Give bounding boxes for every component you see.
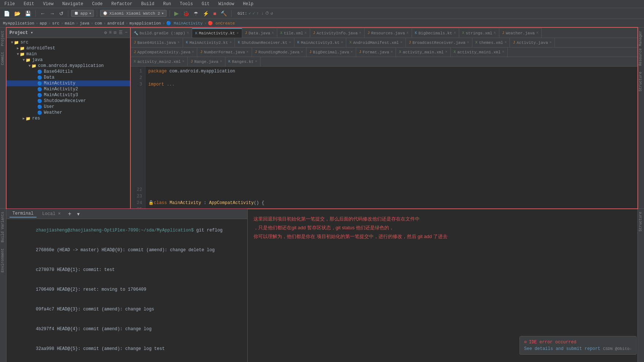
tab-build-gradle[interactable]: 🔧 build.gradle (:app) × [131, 28, 192, 38]
tab-close-androidmanifest[interactable]: × [400, 41, 403, 45]
tree-weather[interactable]: ▶ 🔵 Weather [7, 110, 130, 116]
tab-close-range[interactable]: × [220, 60, 222, 64]
tab-mainactivity3-kt[interactable]: K MainActivity3.kt × [294, 38, 347, 47]
sidebar-commit-label[interactable]: Commit [0, 49, 6, 68]
tab-bigdecimals-kt[interactable]: K BigDecimals.kt × [412, 28, 459, 38]
menu-navigate[interactable]: Navigate [61, 1, 85, 7]
breadcrumb-oncreate[interactable]: 🔴 onCreate [208, 21, 235, 26]
tab-resources-java[interactable]: J Resources.java × [365, 28, 412, 38]
tab-close-broadcastreceiver[interactable]: × [467, 41, 469, 45]
coverage-button[interactable]: ☂ [192, 10, 200, 17]
tab-appcompatactivity-java[interactable]: J AppCompatActivity.java × [131, 48, 197, 57]
breadcrumb-src[interactable]: src [52, 21, 60, 26]
tab-base64utils-java[interactable]: J Base64Utils.java × [131, 38, 183, 47]
tab-close-data[interactable]: × [272, 31, 274, 35]
tree-mainactivity[interactable]: ▶ 🔵 MainActivity [7, 80, 130, 86]
stop-button[interactable]: ■ [212, 10, 218, 17]
tab-activity-main-xml[interactable]: X activity_main.xml × [396, 48, 450, 57]
tree-src[interactable]: ▼ 📁 src [7, 39, 130, 45]
tab-close-tile[interactable]: × [305, 31, 307, 35]
tab-numberformat-java[interactable]: J NumberFormat.java × [197, 48, 252, 57]
tree-base64utils[interactable]: ▶ 🔵 Base64Utils [7, 69, 130, 75]
tab-close-activity[interactable]: × [549, 41, 552, 45]
sidebar-environment-label[interactable]: Environment [0, 245, 6, 275]
sidebar-structure-bottom-label[interactable]: Structure [638, 209, 644, 234]
tree-shutdownreceiver[interactable]: ▶ 🔵 ShutdownReceiver [7, 98, 130, 104]
tab-close-numberformat[interactable]: × [247, 50, 249, 54]
breadcrumb-myapplication[interactable]: MyApplication [3, 21, 34, 26]
tab-mainactivity2-kt[interactable]: K MainActivity2.kt × [183, 38, 235, 47]
tab-activity-main2-xml[interactable]: X activity_main2.xml × [131, 57, 188, 66]
menu-view[interactable]: View [42, 1, 55, 7]
tab-close-themes[interactable]: × [504, 41, 507, 45]
tab-activity-java[interactable]: J Activity.java × [510, 38, 555, 47]
tab-close-activityinfo[interactable]: × [359, 31, 361, 35]
tab-roundingmode-java[interactable]: J RoundingMode.java × [252, 48, 306, 57]
menu-file[interactable]: File [3, 1, 16, 7]
tab-close-ranges[interactable]: × [255, 60, 257, 64]
tab-tile-xml[interactable]: X tile.xml × [277, 28, 310, 38]
menu-help[interactable]: Help [241, 1, 255, 7]
tab-close-activity-main[interactable]: × [445, 50, 447, 54]
tab-close-weather[interactable]: × [536, 31, 538, 35]
menu-window[interactable]: Window [217, 1, 236, 7]
toolbar-forward[interactable]: → [48, 10, 56, 17]
tab-close-activity-main2[interactable]: × [182, 60, 184, 64]
tab-close-format[interactable]: × [390, 50, 393, 54]
tab-close-resources[interactable]: × [406, 31, 408, 35]
tab-close-mainactivity2[interactable]: × [229, 41, 232, 45]
breadcrumb-com[interactable]: com [95, 21, 102, 26]
app-dropdown[interactable]: 🔲 app ▾ [71, 10, 94, 17]
tree-data[interactable]: ▶ 🔵 Data [7, 75, 130, 80]
tab-shutdownreceiver-kt[interactable]: K ShutdownReceiver.kt × [235, 38, 294, 47]
breadcrumb-main[interactable]: main [65, 21, 74, 26]
project-minimize-icon[interactable]: − [125, 30, 127, 35]
tab-themes-xml[interactable]: X themes.xml × [472, 38, 510, 47]
menu-git[interactable]: Git [200, 1, 211, 7]
toolbar-open[interactable]: 📂 [13, 10, 22, 17]
breadcrumb-java[interactable]: java [80, 21, 89, 26]
tab-close-base64utils[interactable]: × [178, 41, 180, 45]
code-content[interactable]: package com.android.myapplication import… [145, 67, 637, 208]
tab-close-appcompatactivity[interactable]: × [192, 50, 194, 54]
tab-ranges-kt[interactable]: K Ranges.kt × [225, 57, 260, 66]
tab-activity-main1-xml[interactable]: X activity_main1.xml × [451, 48, 508, 57]
menu-code[interactable]: Code [91, 1, 104, 7]
sidebar-structure-label[interactable]: Structure [638, 69, 644, 94]
tab-close-build-gradle[interactable]: × [187, 31, 189, 35]
menu-tools[interactable]: Tools [178, 1, 194, 7]
tree-user[interactable]: ▶ 🔵 User [7, 104, 130, 110]
menu-refactor[interactable]: Refactor [110, 1, 134, 7]
tab-range-java[interactable]: J Range.java × [188, 57, 225, 66]
tab-close-bigdecimal[interactable]: × [351, 50, 353, 54]
tree-java[interactable]: ▼ 📁 java [7, 57, 130, 63]
tab-bigdecimal-java[interactable]: J BigDecimal.java × [306, 48, 356, 57]
tree-mainactivity3[interactable]: ▶ 🔵 MainActivity3 [7, 92, 130, 98]
build-button[interactable]: 🔨 [219, 10, 228, 17]
tree-main[interactable]: ▼ 📁 main [7, 51, 130, 57]
toolbar-save[interactable]: 💾 [23, 10, 33, 17]
terminal-tab-label[interactable]: Terminal [9, 210, 37, 218]
breadcrumb-myapplication2[interactable]: myapplication [130, 21, 161, 26]
sidebar-project-label[interactable]: Project [0, 28, 6, 49]
breadcrumb-android[interactable]: android [107, 21, 124, 26]
toolbar-refresh[interactable]: ↺ [58, 10, 65, 17]
menu-run[interactable]: Run [161, 1, 172, 7]
project-gear-icon[interactable]: ☰ [119, 30, 123, 35]
tab-data-java[interactable]: J Data.java × [242, 28, 277, 38]
sidebar-build-variants-label[interactable]: Build Variants [0, 209, 6, 245]
tree-mainactivity2[interactable]: ▶ 🔵 MainActivity2 [7, 86, 130, 92]
tab-close-mainactivity[interactable]: × [236, 31, 239, 35]
tab-close-strings[interactable]: × [494, 31, 496, 35]
tab-close-mainactivity3[interactable]: × [341, 41, 343, 45]
debug-button[interactable]: 🐞 [182, 10, 191, 17]
device-dropdown[interactable]: ⌚ Xiaomi Xiaomi Watch 2 ▾ [100, 10, 166, 17]
menu-edit[interactable]: Edit [22, 1, 36, 7]
tab-broadcastreceiver-java[interactable]: J BroadcastReceiver.java × [406, 38, 472, 47]
code-editor[interactable]: 1 2 3 [131, 67, 637, 208]
tab-close-roundingmode[interactable]: × [301, 50, 303, 54]
tab-close-shutdownreceiver[interactable]: × [289, 41, 291, 45]
terminal-chevron-button[interactable]: ▾ [76, 210, 81, 218]
tab-weather-java[interactable]: J Weather.java × [499, 28, 542, 38]
tree-res[interactable]: ▶ 📁 res [7, 116, 130, 121]
